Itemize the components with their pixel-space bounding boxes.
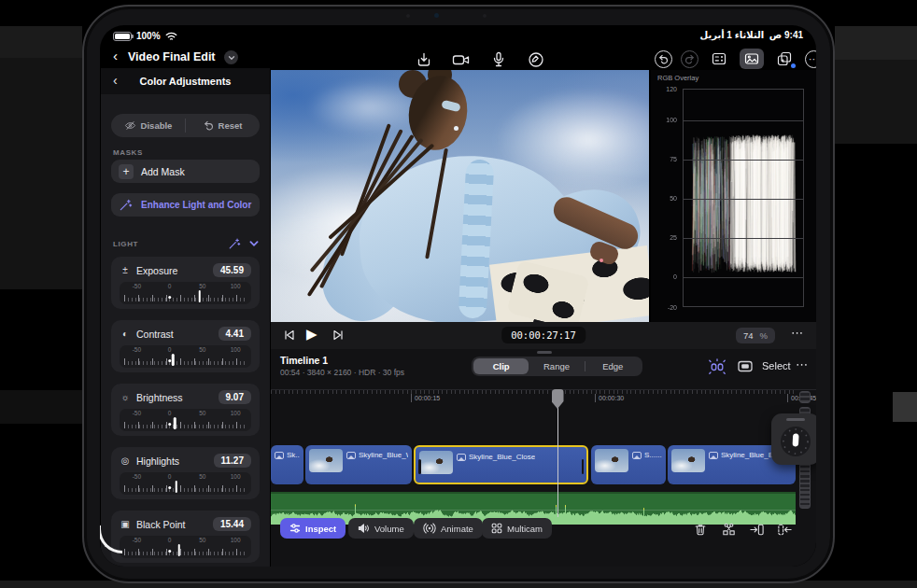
reset-icon: [204, 120, 214, 131]
back-chevron-icon[interactable]: ‹: [113, 48, 118, 63]
slider-ruler[interactable]: -50050100: [120, 409, 251, 431]
slider-handle[interactable]: [198, 290, 201, 302]
slider-ruler[interactable]: -50050100: [120, 536, 251, 558]
project-menu-chevron-icon[interactable]: [224, 50, 238, 64]
overwrite-media-icon[interactable]: [773, 519, 796, 539]
slider-icon: ◎: [120, 455, 131, 466]
select-button[interactable]: Select: [762, 360, 791, 371]
subject-earring: [454, 126, 458, 131]
trim-handle-left[interactable]: [418, 459, 421, 474]
slider-ruler[interactable]: -50050100: [120, 472, 251, 495]
masks-section-label: MASKS: [113, 148, 143, 157]
ruler-label: 100: [231, 346, 241, 353]
ruler-label: 0: [168, 537, 172, 543]
previous-frame-icon[interactable]: [283, 329, 296, 342]
split-clip-icon[interactable]: [717, 519, 740, 539]
ruler-label: -50: [133, 537, 141, 543]
segment-range[interactable]: Range: [529, 358, 584, 374]
import-icon[interactable]: [412, 49, 436, 70]
segment-edge[interactable]: Edge: [585, 358, 641, 374]
light-collapse-chevron-icon[interactable]: [248, 238, 260, 249]
add-mask-button[interactable]: + Add Mask: [111, 160, 260, 183]
redo-icon[interactable]: [681, 50, 698, 68]
reset-button[interactable]: Reset: [186, 114, 260, 137]
viewer-more-icon[interactable]: ⋯: [791, 326, 803, 340]
timeline-clip[interactable]: Sk......: [271, 445, 303, 484]
timeline-ruler-label: 00:00:15: [411, 394, 440, 402]
magnetic-timeline-icon[interactable]: [708, 357, 727, 375]
clip-name: Skyline_Blue_Close: [457, 453, 535, 461]
video-preview[interactable]: [271, 70, 649, 322]
project-title[interactable]: Video Final Edit: [128, 50, 216, 63]
trim-handle-right[interactable]: [582, 459, 585, 474]
timeline-clip[interactable]: S......: [591, 445, 666, 484]
slider-zero-dot: [168, 359, 172, 363]
light-section-header[interactable]: LIGHT: [113, 237, 260, 250]
timeline-ruler-ticks[interactable]: [271, 390, 796, 394]
disable-button[interactable]: Disable: [111, 114, 185, 137]
slider-ruler[interactable]: -50050100: [120, 282, 251, 304]
slider-ruler[interactable]: -50050100: [120, 345, 251, 368]
status-bar-left: 100%: [113, 31, 177, 41]
slider-value[interactable]: 9.07: [219, 390, 251, 404]
slider-value[interactable]: 45.59: [213, 263, 251, 277]
undo-icon[interactable]: [655, 50, 672, 68]
panel-drag-handle[interactable]: [537, 351, 552, 354]
insert-media-icon[interactable]: [745, 519, 768, 539]
scope-gridline: [684, 120, 803, 121]
playhead-handle[interactable]: [552, 389, 564, 409]
jog-dial-panel[interactable]: [771, 413, 816, 465]
bezel-mic-dot: [483, 14, 487, 18]
panel-back-icon[interactable]: ‹: [113, 73, 118, 88]
delete-clip-icon[interactable]: [689, 519, 712, 539]
next-frame-icon[interactable]: [332, 329, 345, 342]
slider-zero-dot: [168, 296, 172, 300]
track-scroll-segment[interactable]: [799, 391, 811, 403]
camera-icon[interactable]: [449, 49, 473, 70]
scope-axis-label: 50: [658, 195, 677, 202]
microphone-icon[interactable]: [487, 49, 511, 70]
scope-gridline: [684, 199, 803, 200]
animate-button[interactable]: Animate: [414, 518, 483, 539]
play-icon[interactable]: ▶: [306, 326, 317, 343]
multicam-button[interactable]: Multicam: [482, 518, 552, 539]
apple-pencil-icon[interactable]: [524, 49, 548, 70]
inspect-sliders-icon: [289, 523, 301, 534]
inspector-icon[interactable]: [707, 49, 731, 69]
more-icon[interactable]: ⋯: [805, 50, 816, 68]
slider-handle[interactable]: [176, 481, 178, 493]
scope-axis-label: 75: [658, 156, 677, 162]
viewer-zoom-control[interactable]: 74%: [736, 328, 775, 343]
speaker-icon: [358, 523, 370, 534]
clip-overview-icon[interactable]: [736, 357, 755, 375]
jog-dial-icon[interactable]: [778, 424, 813, 459]
page-background: 100% 9:41 ص الثلاثاء 1 أبريل ‹ Video Fin…: [0, 0, 917, 588]
slider-value[interactable]: 11.27: [214, 454, 251, 468]
timeline-clip[interactable]: Skyline_Blue_Close: [414, 445, 588, 484]
slider-handle[interactable]: [177, 544, 180, 556]
scope-axis-label: 120: [658, 86, 677, 92]
slider-value[interactable]: 4.41: [219, 327, 251, 341]
jog-drag-handle[interactable]: [786, 418, 805, 421]
effects-icon[interactable]: [772, 49, 797, 69]
timeline-ruler-label: 00:00:30: [595, 394, 624, 402]
nail-accent: [600, 259, 603, 262]
slider-handle[interactable]: [172, 354, 175, 366]
timecode-display[interactable]: 00:00:27:17: [501, 327, 585, 343]
rgb-overlay-scope[interactable]: RGB Overlay 1201007550250-20: [651, 70, 816, 322]
slider-handle[interactable]: [174, 417, 176, 429]
timeline-clip[interactable]: Skyline_Blue_Wide: [305, 445, 412, 484]
bezel-mic-dot: [406, 14, 410, 18]
volume-button[interactable]: Volume: [348, 518, 414, 539]
media-browser-icon[interactable]: [740, 49, 764, 69]
segment-clip[interactable]: Clip: [473, 358, 529, 374]
inspect-button[interactable]: Inspect: [280, 518, 346, 539]
scope-title: RGB Overlay: [657, 74, 698, 82]
clip-media-icon: [275, 452, 284, 459]
enhance-button[interactable]: Enhance Light and Color: [111, 193, 260, 217]
slider-value[interactable]: 15.44: [213, 517, 251, 531]
animate-icon: [423, 523, 436, 534]
timeline-more-icon[interactable]: ⋯: [796, 357, 808, 371]
wifi-icon: [165, 32, 177, 41]
ruler-major-ticks: [124, 422, 247, 428]
